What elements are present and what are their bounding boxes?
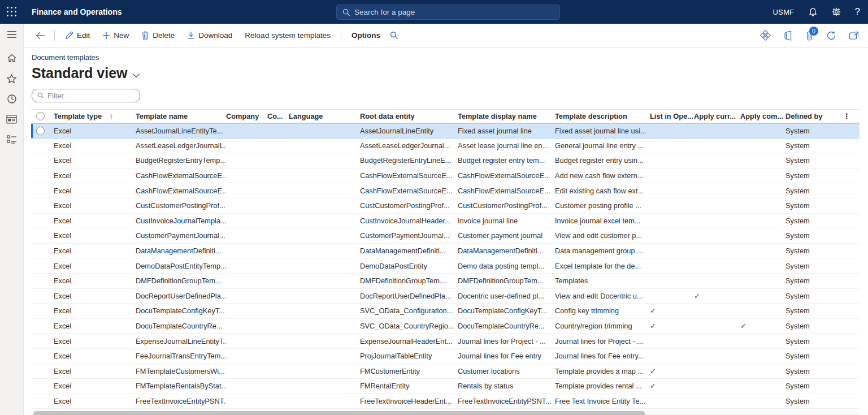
cell-desc: Fixed asset journal line usi... xyxy=(555,127,650,135)
cell-list: ✓ xyxy=(650,367,694,375)
column-header-root[interactable]: Root data entity xyxy=(360,112,458,120)
cell-desc: Excel template for the de... xyxy=(555,262,650,270)
cell-desc: Config key trimming xyxy=(555,306,650,315)
filter-input[interactable]: Filter xyxy=(32,89,140,102)
cell-type: Excel xyxy=(54,397,136,405)
cell-defined: System xyxy=(785,367,842,375)
column-header-defined[interactable]: Defined by xyxy=(785,112,842,120)
table-row[interactable]: ExcelDMFDefinitionGroupTem...DMFDefiniti… xyxy=(31,274,860,289)
table-row[interactable]: ExcelCustomerPaymentJournal...CustomerPa… xyxy=(31,228,860,244)
office-apps-icon[interactable] xyxy=(783,31,793,41)
alerts-bell-icon[interactable] xyxy=(808,7,818,17)
cell-defined: System xyxy=(785,352,842,360)
download-button[interactable]: Download xyxy=(182,28,237,42)
help-icon[interactable]: ? xyxy=(855,6,860,18)
cell-desc: Journal lines for Project - ... xyxy=(555,337,650,345)
cell-type: Excel xyxy=(54,367,136,375)
document-templates-grid: Template type↑Template nameCompanyCo...L… xyxy=(31,109,860,409)
table-row[interactable]: ExcelDemoDataPostEntityTemp...DemoDataPo… xyxy=(31,258,860,274)
column-header-label: Language xyxy=(289,112,323,120)
column-header-type[interactable]: Template type↑ xyxy=(54,112,136,120)
column-header-language[interactable]: Language xyxy=(289,112,360,120)
cell-display: Journal lines for Project - ... xyxy=(458,337,555,345)
cell-com: ✓ xyxy=(740,322,785,330)
table-row[interactable]: ExcelCustCustomerPostingProf...CustCusto… xyxy=(31,198,860,214)
table-row[interactable]: ExcelFMTemplateCustomersWi...FMCustomerE… xyxy=(31,364,860,379)
table-row[interactable]: ExcelAssetJournalLineEntityTe...AssetJou… xyxy=(31,123,860,139)
table-row[interactable]: ExcelFeeJournalTransEntryTem...ProjJourn… xyxy=(31,349,860,364)
table-row[interactable]: ExcelDocReportUserDefinedPla...DocReport… xyxy=(31,289,860,304)
cell-root: AssetJournalLineEntity xyxy=(360,127,458,135)
back-button[interactable] xyxy=(32,28,49,43)
column-header-display[interactable]: Template display name xyxy=(458,112,555,120)
cell-display: Budget register entry tem... xyxy=(458,156,555,165)
grid-options-icon[interactable]: ⋮ xyxy=(842,112,850,120)
cell-root: DMFDefinitionGroupTem... xyxy=(360,276,458,285)
workspaces-icon[interactable] xyxy=(4,113,20,126)
hamburger-menu-icon[interactable] xyxy=(4,28,20,41)
cell-name: ExpenseJournalLineEntityT... xyxy=(136,337,226,345)
column-header-curr[interactable]: Apply curr... xyxy=(694,112,740,120)
cell-defined: System xyxy=(785,276,842,285)
cell-defined: System xyxy=(785,262,842,270)
column-header-desc[interactable]: Template description xyxy=(555,112,650,120)
horizontal-scrollbar-thumb[interactable] xyxy=(33,411,645,415)
open-in-new-window-icon[interactable] xyxy=(849,31,859,40)
column-header-name[interactable]: Template name xyxy=(136,112,226,120)
reload-system-templates-button[interactable]: Reload system templates xyxy=(240,28,336,42)
cell-root: FreeTextInvoiceHeaderEnt... xyxy=(360,397,458,405)
row-select-radio[interactable] xyxy=(36,127,45,135)
table-row[interactable]: ExcelCustInvoiceJournalTempla...CustInvo… xyxy=(31,214,860,229)
checkmark-icon: ✓ xyxy=(740,322,747,330)
cell-name: AssetJournalLineEntityTe... xyxy=(136,127,226,135)
modules-list-icon[interactable] xyxy=(4,133,20,146)
view-selector[interactable]: Standard view xyxy=(32,65,868,81)
page-search-box[interactable]: Search for a page xyxy=(336,5,560,20)
table-row[interactable]: ExcelDocuTemplateConfigKeyT...SVC_OData_… xyxy=(31,304,860,319)
cell-display: Invoice journal line xyxy=(458,217,555,225)
cell-defined: System xyxy=(785,187,842,195)
home-icon[interactable] xyxy=(4,52,20,64)
table-row[interactable]: ExcelFMTemplateRentalsByStat...FMRentalE… xyxy=(31,379,860,394)
column-header-company[interactable]: Company xyxy=(226,112,267,120)
options-menu-button[interactable]: Options xyxy=(346,28,385,42)
chevron-down-icon xyxy=(132,70,140,80)
new-button[interactable]: New xyxy=(97,28,134,42)
table-row[interactable]: ExcelDocuTemplateCountryRe...SVC_OData_C… xyxy=(31,319,860,334)
column-header-com[interactable]: Apply com... xyxy=(740,112,785,120)
column-header-label: Apply curr... xyxy=(694,112,736,120)
cell-defined: System xyxy=(785,171,842,180)
select-all-radio[interactable] xyxy=(36,112,45,120)
table-row[interactable]: ExcelAssetLeaseLedgerJournalL...AssetLea… xyxy=(31,139,860,154)
table-row[interactable]: ExcelFreeTextInvoiceEntityPSNT...FreeTex… xyxy=(31,394,860,409)
cell-root: FMCustomerEntity xyxy=(360,367,458,375)
cell-type: Excel xyxy=(54,247,136,255)
recent-clock-icon[interactable] xyxy=(4,93,20,105)
cell-defined: System xyxy=(785,127,842,135)
refresh-icon[interactable] xyxy=(826,31,836,41)
horizontal-scrollbar[interactable] xyxy=(31,410,860,415)
table-row[interactable]: ExcelDataManagementDefiniti...DataManage… xyxy=(31,244,860,259)
commandbar-search-icon[interactable] xyxy=(388,28,401,42)
sort-ascending-icon: ↑ xyxy=(110,112,113,120)
table-row[interactable]: ExcelBudgetRegisterEntryTemp...BudgetReg… xyxy=(31,153,860,168)
table-row[interactable]: ExcelCashFlowExternalSourceE...CashFlowE… xyxy=(31,168,860,184)
favorites-star-icon[interactable] xyxy=(4,72,20,85)
checkmark-icon: ✓ xyxy=(650,306,656,315)
delete-label: Delete xyxy=(153,31,175,40)
dynamics-diamond-icon[interactable] xyxy=(760,30,771,41)
company-picker[interactable]: USMF xyxy=(773,8,795,16)
table-row[interactable]: ExcelCashFlowExternalSourceE...CashFlowE… xyxy=(31,183,860,198)
table-row[interactable]: ExcelExpenseJournalLineEntityT...Expense… xyxy=(31,334,860,349)
cell-display: FreeTextInvoiceEntityPSNT... xyxy=(458,397,555,405)
column-header-co[interactable]: Co... xyxy=(267,112,289,120)
column-header-label: Template description xyxy=(555,112,627,120)
cell-desc: Free Text Invoice Entity Te... xyxy=(555,397,650,405)
settings-gear-icon[interactable] xyxy=(831,7,841,17)
app-launcher-waffle-icon[interactable] xyxy=(0,0,24,24)
attachments-paperclip-icon[interactable]: 0 xyxy=(805,31,814,41)
edit-button[interactable]: Edit xyxy=(60,28,95,42)
column-header-list[interactable]: List in Ope... xyxy=(650,112,694,120)
column-header-label: List in Ope... xyxy=(650,112,693,120)
delete-button[interactable]: Delete xyxy=(136,28,180,42)
